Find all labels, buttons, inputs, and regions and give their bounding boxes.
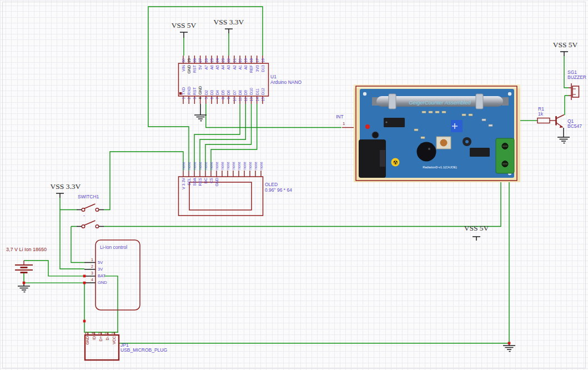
power-label-vss3v3-top: VSS 3.3V <box>210 18 248 27</box>
arduino-pin-name: A7 <box>204 65 209 70</box>
power-label-vss5v-mid: VSS 5V <box>461 224 492 233</box>
liion-title: Li-Ion control <box>100 245 127 250</box>
oled-size-label: 0.96" 96 * 64 <box>265 188 292 193</box>
liion-pin-number: 1 <box>88 258 93 262</box>
switch-ref: SWITCH1 <box>78 194 99 199</box>
arduino-pin-name: A2 <box>232 65 237 70</box>
usb-pin-name: VCC <box>112 336 117 344</box>
oled-pin-header: none <box>242 162 247 170</box>
arduino-pin-number: 25 <box>209 58 214 63</box>
resistor-value: 1k <box>538 112 543 117</box>
led-red <box>365 124 370 129</box>
arduino-pin-name: D13 <box>260 65 265 72</box>
arduino-pin-number: 16 <box>260 58 265 63</box>
usb-pin-number: 2 <box>104 332 109 334</box>
oled-pin-header: none <box>203 162 208 170</box>
arduino-pin-number: 14 <box>255 97 260 102</box>
usb-pin-number: 4 <box>91 332 96 334</box>
arduino-pin-number: 19 <box>243 58 248 63</box>
arduino-pin-name: D12 <box>260 88 265 95</box>
usb-pin-name: GND <box>85 336 90 345</box>
arduino-pin-name: D8 <box>238 90 243 95</box>
arduino-pin-number: 9 <box>226 97 231 99</box>
switch-link-mark: - <box>83 213 85 218</box>
arduino-pin-name: VIN <box>181 65 186 72</box>
oled-pin-name: RES <box>198 178 203 186</box>
oled-pin-header: none <box>248 162 253 170</box>
arduino-pin-name: A0 <box>243 65 248 70</box>
oled-pin-header: none <box>192 162 197 170</box>
usb-pin-number: 5 <box>84 332 89 334</box>
arduino-pin-number: 15 <box>260 97 265 102</box>
photo-watermark: GeigerCounter Assembled <box>409 99 471 106</box>
arduino-pin-number: 29 <box>187 58 192 63</box>
oled-pin-header: none <box>214 162 219 170</box>
ic-dip8-2 <box>470 148 490 157</box>
oled-pin-name: CS <box>209 178 214 183</box>
liion-pin-number: 3 <box>88 271 93 275</box>
arduino-pin-name: A6 <box>209 65 214 70</box>
arduino-pin-name: RXD <box>187 87 192 95</box>
arduino-ref: U1 <box>270 74 277 79</box>
arduino-pin-number: 10 <box>232 97 237 102</box>
liion-pin-number: 2 <box>88 264 93 268</box>
oled-pin-name: V 3.3V <box>181 178 186 189</box>
arduino-pin-number: 13 <box>249 97 254 102</box>
oled-pin-header: none <box>225 162 230 170</box>
oled-pin-header: none <box>198 162 203 170</box>
arduino-pin-name: D11 <box>255 88 260 95</box>
transistor-symbol[interactable] <box>556 115 565 128</box>
oled-pin-name: SDA <box>192 178 197 186</box>
ground-and-power-symbols <box>18 29 570 352</box>
arduino-pin-number: 24 <box>215 58 220 63</box>
arduino-pin-number: 30 <box>181 58 186 63</box>
oled-pin-name: DC <box>203 178 208 183</box>
arduino-pin-name: RST <box>192 65 197 73</box>
radiation-icon: ☢ <box>393 159 398 166</box>
arduino-pin-number: 18 <box>249 58 254 63</box>
arduino-pin-name: D4 <box>215 90 220 95</box>
arduino-pin-name: GND <box>187 65 192 74</box>
oled-pin-header: none <box>187 162 192 170</box>
oled-pin-name: GND <box>214 178 219 187</box>
arduino-pin-number: 3 <box>192 97 197 99</box>
switch-blade-1 <box>84 204 96 209</box>
transistor-value: BC547 <box>567 124 582 129</box>
arduino-pin-number: 27 <box>198 58 203 63</box>
liion-pin-name: 5V <box>98 260 103 265</box>
arduino-pin-number: 28 <box>192 58 197 63</box>
arduino-pin-name: 3V3 <box>255 65 260 72</box>
geiger-int-pin-number: 1 <box>343 122 345 127</box>
arduino-pin-name: A3 <box>226 65 231 70</box>
liion-pin-name: BAT <box>98 273 105 278</box>
arduino-pin-name: REF <box>249 65 254 73</box>
arduino-pin-name: GND <box>198 86 203 95</box>
power-label-vss5v-top: VSS 5V <box>168 21 199 30</box>
usb-value: USB_MICROB_PLUG <box>120 348 167 353</box>
oled-pin-header: none <box>209 162 214 170</box>
schematic-drawing: GeigerCounter Assembled ☢ RadiationD-v1.… <box>0 0 588 370</box>
oled-pin-header: none <box>220 162 225 170</box>
oled-pin-header: none <box>259 162 264 170</box>
geiger-int-pin-name: INT <box>336 114 344 119</box>
liion-pin-name: 3V <box>98 267 103 272</box>
geiger-board-photo[interactable]: GeigerCounter Assembled ☢ RadiationD-v1.… <box>354 84 520 182</box>
battery-label: 3,7 V Li Ion 18650 <box>6 247 47 253</box>
buzzer-symbol[interactable] <box>571 83 579 100</box>
switch-blade-2 <box>84 221 96 226</box>
arduino-pin-number: 11 <box>238 97 243 101</box>
schematic-canvas: GeigerCounter Assembled ☢ RadiationD-v1.… <box>0 0 588 370</box>
battery-symbol[interactable] <box>15 265 33 273</box>
arduino-pin-number: 22 <box>226 58 231 63</box>
liion-pin-name: GND <box>98 280 107 285</box>
arduino-pin-name: D7 <box>232 90 237 95</box>
capacitor <box>372 132 379 138</box>
oled-pin-header: none <box>237 162 242 170</box>
arduino-pin-name: D9 <box>243 90 248 95</box>
resistor-symbol[interactable] <box>537 118 550 123</box>
arduino-pin-number: 7 <box>215 97 220 99</box>
arduino-pin-name: D3 <box>209 90 214 95</box>
arduino-pin-name: D2 <box>204 90 209 95</box>
arduino-pin-number: 23 <box>220 58 225 63</box>
arduino-value: Arduino NANO <box>270 80 301 85</box>
